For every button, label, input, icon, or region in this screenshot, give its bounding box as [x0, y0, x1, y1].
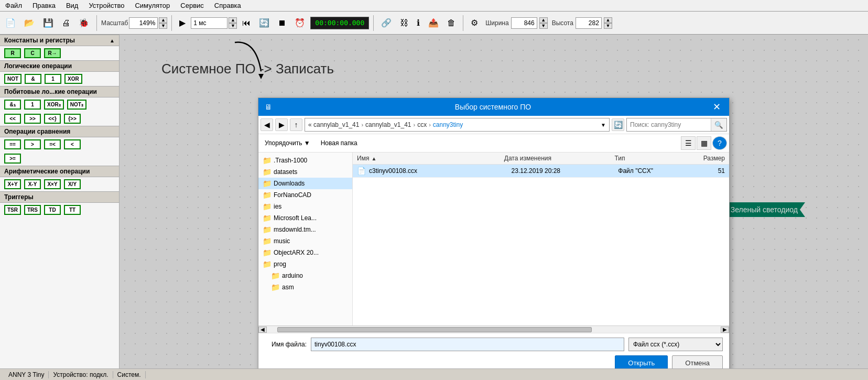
elem-1[interactable]: 1 [45, 74, 61, 84]
bug-button[interactable]: 🐞 [75, 16, 92, 30]
play-button[interactable]: ▶ [176, 16, 189, 30]
height-input[interactable] [576, 17, 602, 29]
cancel-button-dialog[interactable]: Отмена [672, 355, 723, 368]
folder-microsoft[interactable]: 📁 Microsoft Lea... [258, 212, 352, 224]
elem-lteq[interactable]: =< [44, 139, 61, 149]
folder-trash[interactable]: 📁 .Trash-1000 [258, 155, 352, 166]
print-button[interactable]: 🖨 [59, 16, 73, 30]
width-input[interactable] [511, 17, 537, 29]
organize-button[interactable]: Упорядочить ▼ [261, 137, 314, 149]
upload-button[interactable]: 📤 [425, 16, 442, 30]
skip-start-button[interactable]: ⏮ [239, 16, 254, 30]
menu-file[interactable]: Файл [2, 1, 25, 10]
elem-lt[interactable]: < [64, 139, 81, 149]
new-button[interactable]: 📄 [2, 16, 19, 30]
elem-gteq[interactable]: >= [4, 154, 21, 164]
search-input[interactable] [627, 121, 711, 128]
elem-gt[interactable]: > [24, 139, 41, 149]
elem-r[interactable]: R [4, 48, 21, 58]
menu-simulator[interactable]: Симулятор [132, 1, 173, 10]
scale-input[interactable]: 149% [129, 17, 158, 29]
elem-sub[interactable]: X-Y [24, 179, 41, 189]
folder-datasets[interactable]: 📁 datasets [258, 166, 352, 178]
save-button[interactable]: 💾 [40, 16, 57, 30]
width-down[interactable]: ▼ [539, 23, 548, 29]
elem-not2[interactable]: NOT₂ [67, 100, 86, 110]
info-button[interactable]: ℹ [414, 16, 423, 30]
elem-xor2[interactable]: XOR₂ [44, 100, 64, 110]
folder-music[interactable]: 📁 music [258, 235, 352, 247]
menu-device[interactable]: Устройство [85, 1, 127, 10]
scroll-up-btn[interactable]: ▲ [110, 38, 115, 44]
menu-help[interactable]: Справка [211, 1, 244, 10]
elem-c[interactable]: C [24, 48, 41, 58]
elem-tt[interactable]: TT [64, 205, 81, 215]
folder-asm[interactable]: 📁 asm [258, 281, 352, 293]
elem-1b[interactable]: 1 [24, 100, 41, 110]
elem-shl[interactable]: << [4, 114, 21, 124]
horizontal-scrollbar[interactable]: ◀ ▶ [258, 325, 729, 333]
open-button[interactable]: 📂 [21, 16, 38, 30]
height-down[interactable]: ▼ [604, 23, 612, 29]
new-folder-button[interactable]: Новая папка [317, 137, 362, 149]
up-button[interactable]: ↑ [290, 118, 302, 131]
delete-button[interactable]: 🗑 [444, 16, 459, 30]
folder-msdownld[interactable]: 📁 msdownld.tm... [258, 224, 352, 235]
menu-view[interactable]: Вид [63, 1, 82, 10]
folder-objectarx[interactable]: 📁 ObjectARX 20... [258, 247, 352, 258]
alarm-button[interactable]: ⏰ [291, 16, 308, 30]
scale-down[interactable]: ▼ [159, 23, 167, 29]
elem-td[interactable]: TD [44, 205, 61, 215]
elem-and1[interactable]: &₁ [4, 100, 21, 110]
scrollbar-thumb[interactable] [277, 327, 592, 332]
elem-and[interactable]: & [25, 74, 41, 84]
elem-eq[interactable]: == [4, 139, 21, 149]
details-view-button[interactable]: ▦ [697, 136, 711, 150]
col-name-header[interactable]: Имя ▲ [357, 155, 504, 162]
settings-button[interactable]: ⚙ [468, 16, 481, 30]
forward-button[interactable]: ▶ [275, 118, 288, 131]
list-view-button[interactable]: ☰ [681, 136, 696, 150]
height-up[interactable]: ▲ [604, 17, 612, 23]
filename-input[interactable] [311, 338, 624, 351]
open-button-dialog[interactable]: Открыть [615, 355, 668, 368]
elem-not[interactable]: NOT [4, 74, 21, 84]
elem-rol[interactable]: <<} [44, 114, 61, 124]
elem-div[interactable]: X/Y [64, 179, 81, 189]
file-row-ccx[interactable]: 📄 c3tinyv00108.ccx 23.12.2019 20:28 Файл… [353, 165, 729, 178]
link-button[interactable]: 🔗 [378, 16, 395, 30]
elem-tsr[interactable]: TSR [4, 205, 21, 215]
folder-downloads[interactable]: 📁 Downloads [258, 178, 352, 189]
link2-button[interactable]: ⛓ [397, 16, 411, 30]
help-button[interactable]: ? [712, 136, 727, 150]
bc-dropdown-icon[interactable]: ▼ [601, 122, 606, 128]
elem-ror[interactable]: {>> [64, 114, 81, 124]
filetype-select[interactable]: Файл ccx (*.ccx) [628, 338, 723, 351]
folder-arduino[interactable]: 📁 arduino [258, 270, 352, 281]
scroll-right-button[interactable]: ▶ [721, 327, 729, 333]
width-up[interactable]: ▲ [539, 17, 548, 23]
elem-add[interactable]: X+Y [4, 179, 21, 189]
folder-fornanocad[interactable]: 📁 ForNanoCAD [258, 189, 352, 201]
elem-mul[interactable]: X×Y [44, 179, 61, 189]
dialog-close-button[interactable]: ✕ [711, 102, 723, 112]
elem-rarr[interactable]: R→ [44, 48, 61, 58]
folder-prog[interactable]: 📁 prog [258, 258, 352, 270]
time-up[interactable]: ▲ [229, 17, 237, 23]
scroll-left-button[interactable]: ◀ [258, 327, 267, 333]
breadcrumb-path[interactable]: « cannylab_v1_41 › cannylab_v1_41 › ccx … [305, 118, 610, 132]
elem-trs[interactable]: TRS [24, 205, 41, 215]
reload-button[interactable]: 🔄 [256, 16, 273, 30]
elem-xor[interactable]: XOR [64, 74, 82, 84]
scale-up[interactable]: ▲ [159, 17, 167, 23]
back-button[interactable]: ◀ [261, 118, 273, 131]
refresh-button[interactable]: 🔄 [612, 118, 624, 131]
menu-edit[interactable]: Правка [29, 1, 59, 10]
menu-service[interactable]: Сервис [177, 1, 207, 10]
folder-ies[interactable]: 📁 ies [258, 201, 352, 212]
time-down[interactable]: ▼ [229, 23, 237, 29]
stop-button[interactable]: ⏹ [275, 16, 289, 30]
elem-shr[interactable]: >> [24, 114, 41, 124]
search-button[interactable]: 🔍 [711, 118, 726, 131]
time-input[interactable] [191, 17, 227, 29]
